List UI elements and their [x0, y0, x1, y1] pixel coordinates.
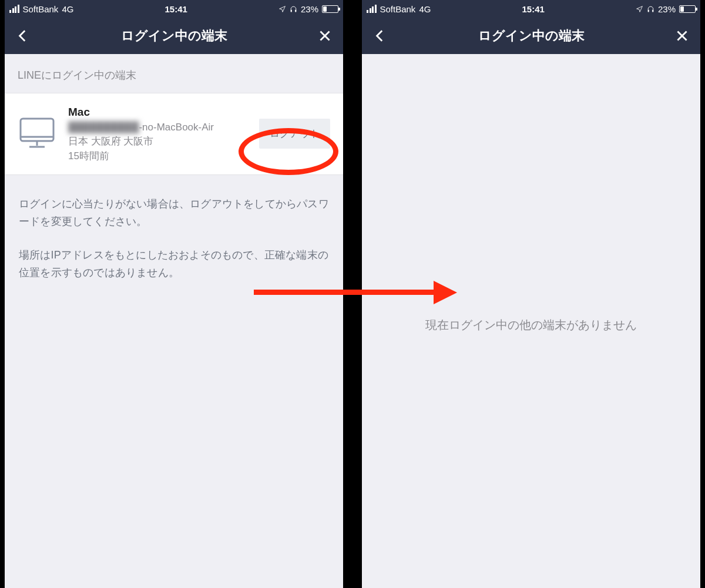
info-paragraph-2: 場所はIPアドレスをもとにしたおおよそのもので、正確な端末の位置を示すものではあ…: [19, 246, 329, 282]
info-text: ログインに心当たりがない場合は、ログアウトをしてからパスワードを変更してください…: [5, 175, 343, 282]
back-button[interactable]: [15, 28, 31, 43]
device-host: ██████████-no-MacBook-Air: [68, 120, 247, 135]
status-bar: SoftBank 4G 15:41 23%: [5, 0, 343, 18]
svg-rect-0: [291, 9, 292, 12]
device-location: 日本 大阪府 大阪市: [68, 135, 247, 149]
battery-pct: 23%: [301, 4, 318, 14]
page-title: ログイン中の端末: [388, 27, 674, 45]
page-title: ログイン中の端末: [31, 27, 317, 45]
headphones-icon: [290, 5, 297, 13]
back-button[interactable]: [372, 28, 388, 43]
desktop-icon: [18, 116, 56, 152]
logout-button[interactable]: ログアウト: [259, 119, 330, 149]
location-icon: [278, 5, 286, 13]
device-meta: Mac ██████████-no-MacBook-Air 日本 大阪府 大阪市…: [68, 104, 247, 164]
clock: 15:41: [522, 4, 544, 14]
chevron-left-icon: [15, 28, 31, 43]
battery-icon: [322, 5, 338, 13]
svg-rect-9: [652, 9, 653, 12]
info-paragraph-1: ログインに心当たりがない場合は、ログアウトをしてからパスワードを変更してください…: [19, 195, 329, 231]
svg-rect-1: [295, 9, 296, 12]
device-name: Mac: [68, 104, 247, 120]
device-row: Mac ██████████-no-MacBook-Air 日本 大阪府 大阪市…: [5, 93, 343, 175]
close-icon: [674, 28, 690, 43]
network-label: 4G: [419, 4, 431, 14]
close-button[interactable]: [317, 28, 333, 43]
phone-after: SoftBank 4G 15:41 23% ログイン中の端末 現在ログイン中の他…: [362, 0, 700, 588]
empty-state-message: 現在ログイン中の他の端末がありません: [362, 317, 700, 333]
signal-icon: [367, 5, 377, 13]
device-time: 15時間前: [68, 149, 247, 164]
status-bar: SoftBank 4G 15:41 23%: [362, 0, 700, 18]
close-button[interactable]: [674, 28, 690, 43]
device-host-redacted: ██████████: [68, 120, 139, 135]
close-icon: [317, 28, 333, 43]
carrier-label: SoftBank: [23, 4, 59, 14]
battery-pct: 23%: [658, 4, 676, 14]
carrier-label: SoftBank: [380, 4, 416, 14]
clock: 15:41: [164, 4, 187, 14]
headphones-icon: [647, 5, 654, 13]
svg-rect-8: [648, 9, 649, 12]
device-host-suffix: -no-MacBook-Air: [139, 122, 214, 133]
network-label: 4G: [62, 4, 73, 14]
chevron-left-icon: [372, 28, 388, 43]
nav-bar: ログイン中の端末: [362, 18, 700, 54]
section-label: LINEにログイン中の端末: [5, 54, 343, 93]
signal-icon: [9, 5, 19, 13]
nav-bar: ログイン中の端末: [5, 18, 343, 54]
location-icon: [636, 5, 643, 13]
phone-before: SoftBank 4G 15:41 23% ログイン中の端末 LINEにログイン: [5, 0, 343, 588]
battery-icon: [679, 5, 696, 13]
